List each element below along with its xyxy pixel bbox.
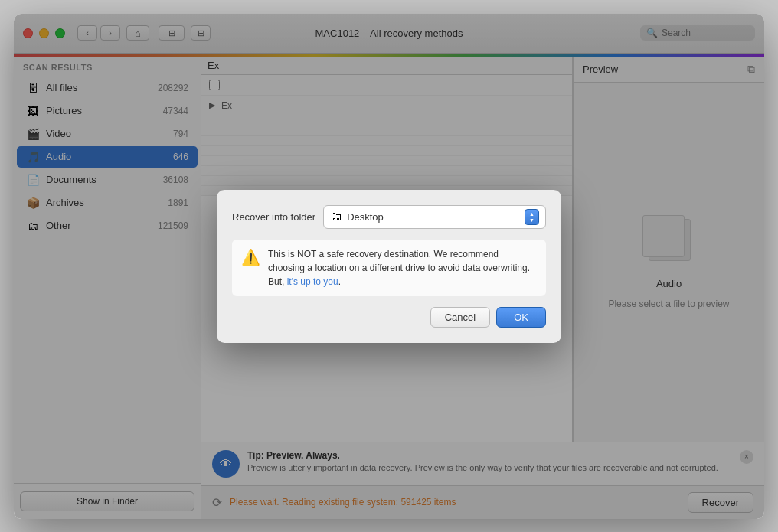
recover-modal: Recover into folder 🗂 Desktop ▲ ▼ ⚠️ Thi…	[217, 190, 561, 343]
folder-row: Recover into folder 🗂 Desktop ▲ ▼	[232, 205, 546, 229]
warning-icon: ⚠️	[241, 248, 260, 266]
warning-text-after: .	[338, 276, 341, 287]
main-window: ‹ › ⌂ ⊞ ⊟ MAC1012 – All recovery methods…	[14, 14, 764, 519]
folder-selector[interactable]: 🗂 Desktop ▲ ▼	[323, 205, 546, 229]
folder-arrows-button[interactable]: ▲ ▼	[525, 209, 539, 225]
arrow-down-icon: ▼	[529, 217, 534, 223]
arrow-up-icon: ▲	[529, 211, 534, 217]
folder-icon: 🗂	[330, 210, 342, 224]
modal-overlay: Recover into folder 🗂 Desktop ▲ ▼ ⚠️ Thi…	[14, 14, 764, 519]
folder-name-text: Desktop	[347, 211, 520, 223]
warning-link[interactable]: it's up to you	[287, 276, 338, 287]
warning-text: This is NOT a safe recovery destination.…	[268, 247, 537, 289]
warning-box: ⚠️ This is NOT a safe recovery destinati…	[232, 240, 546, 296]
cancel-button[interactable]: Cancel	[430, 307, 490, 328]
recover-into-label: Recover into folder	[232, 211, 315, 223]
modal-buttons: Cancel OK	[232, 307, 546, 328]
ok-button[interactable]: OK	[496, 307, 546, 328]
